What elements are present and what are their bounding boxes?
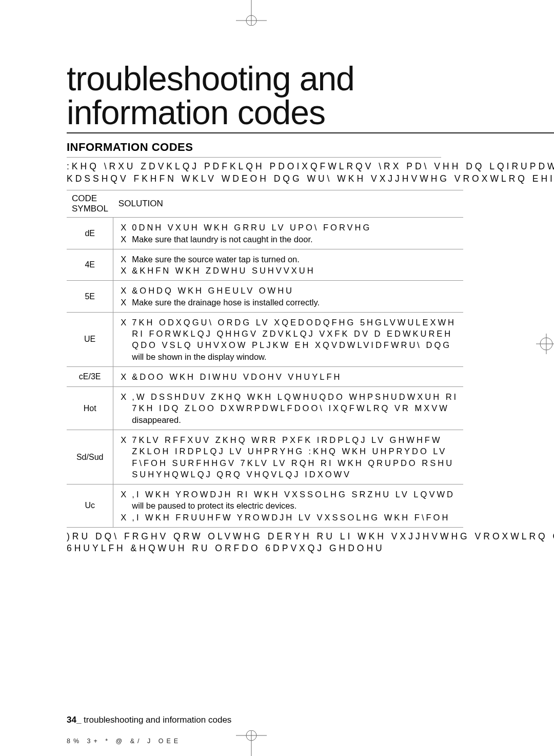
code-cell: UE [67, 312, 113, 366]
divider [67, 157, 441, 158]
table-row: cE/3EX&DOO WKH DIWHU VDOHV VHUYLFH [67, 366, 463, 386]
bullet-icon: X [121, 254, 128, 265]
crop-mark-bottom [221, 730, 282, 756]
solution-cell: X,I WKH YROWDJH RI WKH VXSSOLHG SRZHU LV… [113, 484, 463, 528]
solution-item: X7KH ODXQGU\ ORDG LV XQEDODQFHG 5HGLVWUL… [121, 317, 458, 362]
table-row: HotX,W DSSHDUV ZKHQ WKH LQWHUQDO WHPSHUD… [67, 387, 463, 430]
bullet-icon: X [121, 391, 128, 402]
solution-item: X,I WKH YROWDJH RI WKH VXSSOLHG SRZHU LV… [121, 489, 458, 512]
solution-cell: X&OHDQ WKH GHEULV OWHUXMake sure the dra… [113, 281, 463, 313]
th-solution: SOLUTION [113, 190, 463, 218]
code-cell: Uc [67, 484, 113, 528]
solution-item: X&DOO WKH DIWHU VDOHV VHUYLFH [121, 371, 458, 382]
table-header-row: CODE SYMBOL SOLUTION [67, 190, 463, 218]
solution-text: ,I WKH YROWDJH RI WKH VXSSOLHG SRZHU LV … [132, 490, 455, 510]
table-row: dEX0DNH VXUH WKH GRRU LV UPO\ FORVHGXMak… [67, 218, 463, 249]
page-title: troubleshooting and information codes [67, 62, 554, 133]
code-cell: dE [67, 218, 113, 249]
solution-text: 7KLV RFFXUV ZKHQ WRR PXFK IRDPLQJ LV GHW… [132, 435, 454, 479]
file-footer: 8% 3+ * @ &/ J OEE [67, 738, 181, 745]
solution-item: X&OHDQ WKH GHEULV OWHU [121, 285, 458, 296]
solution-text: &OHDQ WKH GHEULV OWHU [132, 286, 294, 295]
table-row: UcX,I WKH YROWDJH RI WKH VXSSOLHG SRZHU … [67, 484, 463, 528]
outro-line-2: 6HUYLFH &HQWUH RU ORFDO 6DPVXQJ GHDOHU [67, 543, 385, 553]
solution-cell: X7KLV RFFXUV ZKHQ WRR PXFK IRDPLQJ LV GH… [113, 430, 463, 484]
solution-item: X,I WKH FRUUHFW YROWDJH LV VXSSOLHG WKH … [121, 512, 458, 523]
bullet-icon: X [121, 234, 128, 245]
solution-item: XMake sure that laundry is not caught in… [121, 234, 458, 245]
code-cell: Hot [67, 387, 113, 430]
footer-chapter: troubleshooting and information codes [81, 715, 231, 725]
solution-text: ,I WKH FRUUHFW YROWDJH LV VXSSOLHG WKH F… [132, 513, 450, 522]
solution-text: 0DNH VXUH WKH GRRU LV UPO\ FORVHG [132, 223, 371, 232]
solution-text: &DOO WKH DIWHU VDOHV VHUYLFH [132, 372, 342, 381]
intro-paragraph: :KHQ \RXU ZDVKLQJ PDFKLQH PDOIXQFWLRQV \… [67, 161, 554, 185]
code-cell: Sd/Sud [67, 430, 113, 484]
codes-table: CODE SYMBOL SOLUTION dEX0DNH VXUH WKH GR… [67, 190, 463, 528]
solution-text: &KHFN WKH ZDWHU SUHVVXUH [132, 266, 315, 275]
solution-cell: X0DNH VXUH WKH GRRU LV UPO\ FORVHGXMake … [113, 218, 463, 249]
bullet-icon: X [121, 222, 128, 233]
th-code-symbol: CODE SYMBOL [67, 190, 113, 218]
outro-paragraph: )RU DQ\ FRGHV QRW OLVWHG DERYH RU LI WKH… [67, 531, 554, 555]
bullet-icon: X [121, 371, 128, 382]
solution-text: ,W DSSHDUV ZKHQ WKH LQWHUQDO WHPSHUDWXUH… [132, 392, 458, 424]
outro-line-1: )RU DQ\ FRGHV QRW OLVWHG DERYH RU LI WKH… [67, 531, 554, 541]
solution-item: XMake sure the drainage hose is installe… [121, 297, 458, 308]
solution-cell: X7KH ODXQGU\ ORDG LV XQEDODQFHG 5HGLVWUL… [113, 312, 463, 366]
solution-cell: XMake sure the source water tap is turne… [113, 249, 463, 281]
page-content: troubleshooting and information codes IN… [67, 62, 554, 555]
title-line-2: information codes [67, 93, 325, 131]
solution-item: X&KHFN WKH ZDWHU SUHVVXUH [121, 265, 458, 276]
bullet-icon: X [121, 297, 128, 308]
code-cell: 4E [67, 249, 113, 281]
bullet-icon: X [121, 317, 128, 328]
solution-text: Make sure the source water tap is turned… [132, 255, 300, 264]
code-cell: 5E [67, 281, 113, 313]
code-cell: cE/3E [67, 366, 113, 386]
intro-line-1: :KHQ \RXU ZDVKLQJ PDFKLQH PDOIXQFWLRQV \… [67, 161, 554, 171]
solution-cell: X,W DSSHDUV ZKHQ WKH LQWHUQDO WHPSHUDWXU… [113, 387, 463, 430]
bullet-icon: X [121, 285, 128, 296]
solution-cell: X&DOO WKH DIWHU VDOHV VHUYLFH [113, 366, 463, 386]
page-number: 34_ [67, 715, 81, 725]
table-row: 4EXMake sure the source water tap is tur… [67, 249, 463, 281]
solution-text: Make sure that laundry is not caught in … [132, 235, 312, 244]
intro-line-2: KDSSHQV FKHFN WKLV WDEOH DQG WU\ WKH VXJ… [67, 173, 554, 184]
solution-text: Make sure the drainage hose is installed… [132, 298, 320, 307]
bullet-icon: X [121, 489, 128, 500]
solution-item: X,W DSSHDUV ZKHQ WKH LQWHUQDO WHPSHUDWXU… [121, 391, 458, 425]
table-row: Sd/SudX7KLV RFFXUV ZKHQ WRR PXFK IRDPLQJ… [67, 430, 463, 484]
section-heading: INFORMATION CODES [67, 141, 554, 154]
title-line-1: troubleshooting and [67, 60, 354, 98]
table-row: 5EX&OHDQ WKH GHEULV OWHUXMake sure the d… [67, 281, 463, 313]
table-row: UEX7KH ODXQGU\ ORDG LV XQEDODQFHG 5HGLVW… [67, 312, 463, 366]
bullet-icon: X [121, 265, 128, 276]
solution-item: XMake sure the source water tap is turne… [121, 254, 458, 265]
page-footer: 34_ troubleshooting and information code… [67, 715, 231, 725]
bullet-icon: X [121, 434, 128, 445]
solution-item: X0DNH VXUH WKH GRRU LV UPO\ FORVHG [121, 222, 458, 233]
crop-mark-top [221, 0, 282, 26]
solution-item: X7KLV RFFXUV ZKHQ WRR PXFK IRDPLQJ LV GH… [121, 434, 458, 480]
solution-text: 7KH ODXQGU\ ORDG LV XQEDODQFHG 5HGLVWULE… [132, 318, 456, 361]
bullet-icon: X [121, 512, 128, 523]
